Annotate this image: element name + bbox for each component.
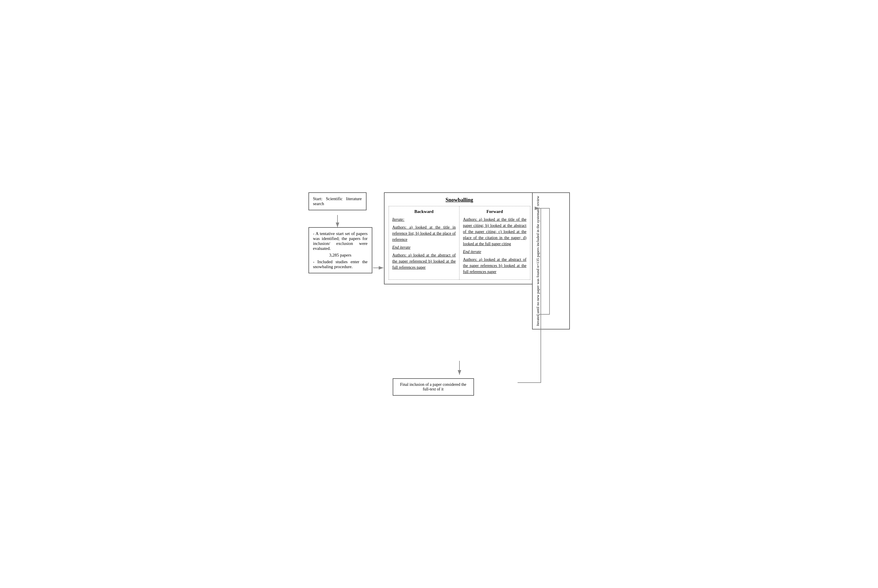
backward-text1-content: Authors: a) looked at the title in refer… [393,225,456,242]
snowballing-title: Snowballing [389,197,530,203]
backward-end-iterate: End iterate [393,244,456,250]
papers-line3: - Included studies enter the snowbaling … [313,260,368,269]
diagram: Start: Scientific literature search - A … [309,189,570,399]
final-box: Final inclusion of a paper considered th… [393,378,474,396]
forward-end-iterate: End iterate [463,249,527,255]
papers-line1: - A tentative start set of papers was id… [313,231,368,251]
backward-text1: Authors: a) looked at the title in refer… [393,224,456,243]
backward-title: Backward [393,209,456,214]
backward-text2-content: Authors: a) looked at the abstract of th… [393,253,456,270]
papers-count: 3,285 papers [313,253,368,258]
snowballing-inner: Backward Iterate: Authors: a) looked at … [389,206,530,280]
forward-text1-content: Authors: a) looked at the title of the p… [463,217,527,246]
iterated-box: Iterated until no new paper was found n=… [532,192,570,330]
papers-box: - A tentative start set of papers was id… [309,227,372,273]
backward-iterate: Iterate: [393,216,456,222]
forward-text2: Authors: a) looked at the abstract of th… [463,256,527,275]
backward-text2: Authors: a) looked at the abstract of th… [393,252,456,270]
forward-end-iterate-label: End iterate [463,249,481,254]
start-text: Start: Scientific literature search [313,196,362,206]
backward-col: Backward Iterate: Authors: a) looked at … [389,206,460,279]
forward-text2-content: Authors: a) looked at the abstract of th… [463,257,527,274]
forward-text1: Authors: a) looked at the title of the p… [463,216,527,247]
backward-end-iterate-label: End iterate [393,245,411,249]
start-box: Start: Scientific literature search [309,192,367,210]
final-text: Final inclusion of a paper considered th… [400,382,466,392]
forward-title: Forward [463,209,527,214]
backward-iterate-label: Iterate: [393,217,405,222]
iterated-text: Iterated until no new paper was found n=… [536,196,540,326]
forward-col: Forward Authors: a) looked at the title … [460,206,530,279]
snowballing-box: Snowballing Backward Iterate: Authors: a… [384,192,535,284]
